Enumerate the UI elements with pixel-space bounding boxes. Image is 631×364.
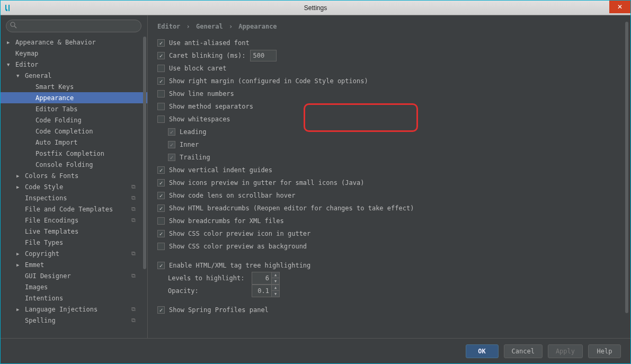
checkbox-spring-profiles[interactable] [157, 306, 165, 314]
tree-item[interactable]: ▶Appearance & Behavior [1, 37, 147, 48]
project-scope-icon: ⧉ [131, 183, 136, 190]
label-leading: Leading [180, 128, 207, 136]
tree-item[interactable]: ▶Smart Keys [1, 81, 147, 92]
tree-item[interactable]: ▶Inspections⧉ [1, 192, 147, 203]
tree-item-label: Language Injections [25, 306, 97, 313]
apply-button[interactable]: Apply [548, 344, 583, 358]
checkbox-line-numbers[interactable] [157, 90, 165, 97]
tree-item-label: GUI Designer [25, 272, 71, 280]
tree-item-label: Editor Tabs [35, 105, 77, 113]
checkbox-css-gutter[interactable] [157, 230, 165, 237]
tree-item[interactable]: ▶File and Code Templates⧉ [1, 203, 147, 215]
label-right-margin: Show right margin (configured in Code St… [169, 77, 368, 85]
checkbox-caret-blink[interactable] [157, 52, 165, 59]
chevron-right-icon: ▶ [7, 40, 13, 45]
checkbox-right-margin[interactable] [157, 77, 165, 85]
label-caret-blink: Caret blinking (ms): [169, 52, 246, 59]
chevron-right-icon: ▶ [16, 173, 23, 179]
label-vertical-guides: Show vertical indent guides [169, 166, 272, 174]
project-scope-icon: ⧉ [131, 272, 136, 279]
tree-item[interactable]: ▶Emmet [1, 259, 147, 270]
spinner-up-icon[interactable]: ▲ [272, 285, 279, 291]
project-scope-icon: ⧉ [131, 317, 136, 324]
tree-item-label: File and Code Templates [25, 206, 113, 213]
checkbox-method-separators[interactable] [157, 103, 165, 110]
search-input[interactable] [6, 20, 141, 32]
tree-item-label: File Types [25, 239, 63, 246]
checkbox-tag-tree[interactable] [157, 262, 165, 269]
spinner-down-icon[interactable]: ▼ [272, 291, 279, 297]
spinner-levels[interactable]: ▲▼ [252, 272, 280, 285]
label-code-lens: Show code lens on scrollbar hover [169, 192, 295, 199]
checkbox-xml-breadcrumbs[interactable] [157, 217, 165, 225]
ok-button[interactable]: OK [466, 344, 499, 358]
project-scope-icon: ⧉ [131, 194, 136, 201]
app-icon [4, 4, 12, 12]
checkbox-leading[interactable] [168, 128, 175, 136]
checkbox-code-lens[interactable] [157, 192, 165, 199]
cancel-button[interactable]: Cancel [504, 344, 543, 358]
checkbox-inner[interactable] [168, 141, 175, 148]
tree-item[interactable]: ▶Postfix Completion [1, 148, 147, 159]
tree-item[interactable]: ▶Code Folding [1, 114, 147, 126]
tree-item[interactable]: ▶Images [1, 281, 147, 292]
tree-item[interactable]: ▼Editor [1, 59, 147, 70]
label-trailing: Trailing [180, 154, 210, 161]
chevron-down-icon: ▼ [16, 73, 23, 78]
close-button[interactable]: ✕ [609, 1, 630, 13]
svg-line-1 [14, 26, 16, 28]
tree-item-label: Keymap [15, 50, 38, 57]
checkbox-anti-aliased[interactable] [157, 39, 165, 47]
label-tag-tree: Enable HTML/XML tag tree highlighting [169, 262, 310, 269]
tree-item-label: Spelling [25, 317, 56, 324]
checkbox-css-background[interactable] [157, 243, 165, 250]
tree-item[interactable]: ▶Copyright⧉ [1, 248, 147, 259]
tree-item[interactable]: ▶Colors & Fonts [1, 170, 147, 181]
tree-item[interactable]: ▶Appearance [1, 92, 147, 103]
title-bar: Settings ✕ [1, 1, 630, 15]
tree-item[interactable]: ▶Spelling⧉ [1, 315, 147, 326]
project-scope-icon: ⧉ [131, 217, 136, 224]
tree-item-label: Inspections [25, 194, 67, 202]
settings-content: Editor › General › Appearance Use anti-a… [148, 15, 630, 338]
spinner-down-icon[interactable]: ▼ [272, 278, 279, 284]
chevron-right-icon: ▶ [16, 251, 23, 256]
spinner-opacity[interactable]: ▲▼ [252, 285, 280, 297]
tree-item[interactable]: ▶Language Injections⧉ [1, 304, 147, 315]
label-anti-aliased: Use anti-aliased font [169, 39, 250, 47]
help-button[interactable]: Help [588, 344, 621, 358]
tree-item[interactable]: ▶Editor Tabs [1, 103, 147, 114]
tree-item-label: Appearance [35, 94, 74, 102]
checkbox-vertical-guides[interactable] [157, 166, 165, 174]
checkbox-html-breadcrumbs[interactable] [157, 205, 165, 212]
tree-item[interactable]: ▶Console Folding [1, 159, 147, 170]
checkbox-block-caret[interactable] [157, 65, 165, 72]
checkbox-whitespaces[interactable] [157, 116, 165, 123]
checkbox-trailing[interactable] [168, 154, 175, 161]
tree-item[interactable]: ▼General [1, 70, 147, 81]
sidebar-scroll-thumb[interactable] [143, 37, 146, 269]
content-scroll-thumb[interactable] [625, 22, 628, 313]
tree-item[interactable]: ▶Code Style⧉ [1, 181, 147, 192]
tree-item[interactable]: ▶GUI Designer⧉ [1, 270, 147, 281]
breadcrumb-sep-icon: › [186, 23, 190, 30]
label-line-numbers: Show line numbers [169, 90, 234, 97]
input-caret-blink-ms[interactable] [250, 50, 277, 61]
input-levels[interactable] [252, 272, 272, 285]
settings-tree[interactable]: ▶Appearance & Behavior▶Keymap▼Editor▼Gen… [1, 37, 147, 329]
spinner-up-icon[interactable]: ▲ [272, 272, 279, 278]
tree-item[interactable]: ▶Live Templates [1, 226, 147, 237]
tree-item[interactable]: ▶File Encodings⧉ [1, 215, 147, 226]
tree-item[interactable]: ▶Code Completion [1, 126, 147, 137]
label-opacity: Opacity: [168, 287, 247, 295]
tree-item[interactable]: ▶Intentions [1, 292, 147, 304]
content-scrollbar[interactable] [624, 22, 628, 332]
tree-item-label: Copyright [25, 250, 59, 258]
tree-item[interactable]: ▶File Types [1, 237, 147, 248]
input-opacity[interactable] [252, 285, 272, 297]
checkbox-icons-preview[interactable] [157, 179, 165, 187]
tree-item[interactable]: ▶Keymap [1, 48, 147, 59]
sidebar-scrollbar[interactable] [142, 37, 146, 335]
tree-item[interactable]: ▶Auto Import [1, 137, 147, 148]
tree-item-label: Images [25, 283, 48, 291]
